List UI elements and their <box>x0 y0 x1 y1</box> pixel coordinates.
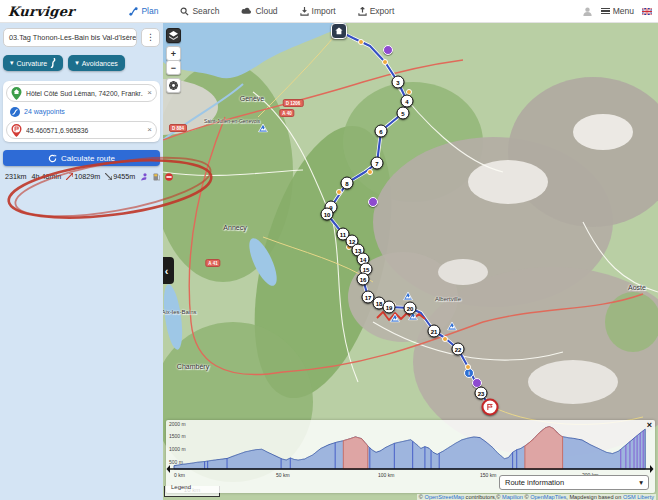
numbered-waypoint-marker[interactable]: 7 <box>371 157 384 170</box>
nav-plan[interactable]: Plan <box>129 6 158 16</box>
poi-pin-icon[interactable] <box>383 45 393 55</box>
remove-start-icon[interactable]: × <box>147 89 152 97</box>
menu-button[interactable]: Menu <box>601 6 634 16</box>
attribution-link[interactable]: Mapilion <box>502 494 523 500</box>
curvy-road-icon <box>50 58 56 68</box>
elevation-profile-panel[interactable]: 0 km50 km100 km150 km200 km500 m1000 m15… <box>166 420 655 493</box>
shaping-point-marker[interactable] <box>382 59 388 65</box>
curvature-button[interactable]: ▾ Curvature <box>3 55 63 71</box>
calculate-route-label: Calculate route <box>61 154 115 163</box>
nav-cloud-label: Cloud <box>255 6 277 16</box>
map-city-label: Saint-Julien-en-Genevois <box>204 118 260 124</box>
collapse-panel-button[interactable]: ‹ <box>163 257 174 284</box>
svg-text:0 km: 0 km <box>174 472 185 478</box>
descent-arrow-icon <box>105 173 112 180</box>
elevation-chart[interactable]: 0 km50 km100 km150 km200 km500 m1000 m15… <box>166 420 655 480</box>
end-marker[interactable] <box>482 399 499 416</box>
numbered-waypoint-marker[interactable]: 10 <box>321 208 334 221</box>
attribution-text: contributors,© <box>464 494 502 500</box>
svg-text:500 m: 500 m <box>169 459 183 465</box>
shaping-point-marker[interactable] <box>367 169 373 175</box>
nav-menu: Plan Search Cloud Import Export <box>129 6 394 16</box>
collapsed-waypoints-row[interactable]: 24 waypoints <box>6 102 157 121</box>
zoom-in-button[interactable]: + <box>166 46 181 61</box>
remove-end-icon[interactable]: × <box>147 126 152 134</box>
import-icon <box>300 7 309 16</box>
end-flag-pin-icon <box>11 124 22 137</box>
route-stats: 231km 4h 48min 10829m 9455m <box>5 172 160 181</box>
shaping-point-marker[interactable] <box>358 39 364 45</box>
layers-button[interactable] <box>166 28 181 43</box>
map-attribution: © OpenStreetMap contributors,© Mapilion … <box>417 494 656 500</box>
attribution-link[interactable]: OpenStreetMap <box>425 494 465 500</box>
duration-value: 4h 48min <box>32 172 62 181</box>
route-information-select[interactable]: Route information ▾ <box>499 475 649 490</box>
user-avatar-icon[interactable] <box>582 6 593 17</box>
numbered-waypoint-marker[interactable]: 5 <box>397 107 410 120</box>
end-waypoint-value: 45.460571,6.965836 <box>26 127 143 134</box>
close-icon[interactable]: × <box>647 420 652 430</box>
shaping-point-marker[interactable] <box>465 364 471 370</box>
numbered-waypoint-marker[interactable]: 3 <box>392 76 405 89</box>
pass-warning-icon[interactable] <box>258 124 268 133</box>
numbered-waypoint-marker[interactable]: 19 <box>383 301 396 314</box>
top-navbar: Kurviger Plan Search Cloud Import Export… <box>0 0 658 23</box>
ascent-arrow-icon <box>66 173 73 180</box>
nav-import[interactable]: Import <box>300 6 336 16</box>
home-icon <box>335 27 343 35</box>
calculate-route-button[interactable]: Calculate route <box>3 150 160 166</box>
pass-warning-icon[interactable] <box>447 322 457 331</box>
numbered-waypoint-marker[interactable]: 20 <box>404 302 417 315</box>
route-title-input[interactable]: 03.Tag Thonon-Les-Bain bis Val-d'Isère <box>3 28 137 47</box>
route-sidebar: 03.Tag Thonon-Les-Bain bis Val-d'Isère ⋮… <box>0 22 163 500</box>
fuel-pump-icon <box>153 173 160 181</box>
nav-cloud[interactable]: Cloud <box>241 6 277 16</box>
map-settings-button[interactable] <box>166 78 181 93</box>
attribution-link[interactable]: OSM Liberty <box>623 494 654 500</box>
attribution-link[interactable]: OpenMapTiles <box>530 494 566 500</box>
language-flag-icon[interactable] <box>642 8 652 15</box>
end-waypoint-field[interactable]: 45.460571,6.965836 × <box>6 121 157 139</box>
nav-search[interactable]: Search <box>180 6 219 16</box>
app-logo: Kurviger <box>7 4 74 19</box>
ascent-value: 10829m <box>74 172 100 181</box>
chevron-down-icon: ▾ <box>75 59 79 67</box>
restriction-icon <box>165 173 173 181</box>
map-canvas[interactable]: GenèveSaint-Julien-en-GenevoisAnnecyAix-… <box>163 22 658 500</box>
refresh-icon <box>48 154 57 163</box>
numbered-waypoint-marker[interactable]: 8 <box>341 177 354 190</box>
attribution-text: , Mapdesign based on <box>566 494 623 500</box>
numbered-waypoint-marker[interactable]: 21 <box>428 325 441 338</box>
cloud-icon <box>241 7 252 15</box>
numbered-waypoint-marker[interactable]: 16 <box>357 273 370 286</box>
start-home-pin-icon <box>11 87 22 100</box>
svg-text:1000 m: 1000 m <box>169 446 186 452</box>
svg-text:50 km: 50 km <box>276 472 290 478</box>
road-shield: A 41 <box>205 259 220 267</box>
pass-warning-icon[interactable] <box>403 292 413 301</box>
start-waypoint-field[interactable]: Hôtel Côté Sud Léman, 74200, Frankr... × <box>6 84 157 102</box>
map-city-label: Albertville <box>435 296 461 302</box>
hamburger-icon <box>601 6 610 15</box>
numbered-waypoint-marker[interactable]: 23 <box>475 387 488 400</box>
waypoints-route-icon <box>10 107 20 117</box>
start-marker[interactable] <box>331 23 347 39</box>
nav-plan-label: Plan <box>141 6 158 16</box>
numbered-waypoint-marker[interactable]: 22 <box>452 343 465 356</box>
road-shield: D 884 <box>169 124 187 132</box>
road-shield: A 40 <box>279 109 294 117</box>
shaping-point-marker[interactable] <box>336 189 342 195</box>
poi-pin-icon[interactable] <box>368 197 378 207</box>
nav-export[interactable]: Export <box>358 6 395 16</box>
pass-warning-icon[interactable] <box>390 314 400 323</box>
avoidances-button[interactable]: ▾ Avoidances <box>68 55 125 71</box>
shaping-point-marker[interactable] <box>442 336 448 342</box>
route-options-button[interactable]: ⋮ <box>141 28 160 47</box>
waypoints-count-label: 24 waypoints <box>24 108 65 115</box>
svg-text:100 km: 100 km <box>378 472 394 478</box>
nav-import-label: Import <box>312 6 336 16</box>
zoom-out-button[interactable]: − <box>166 60 181 75</box>
numbered-waypoint-marker[interactable]: 6 <box>375 125 388 138</box>
legend-label[interactable]: Legend <box>171 484 191 490</box>
curvature-label: Curvature <box>17 60 48 67</box>
